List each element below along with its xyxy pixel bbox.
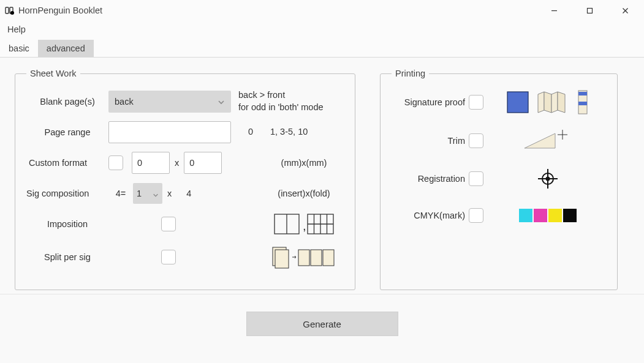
blank-pages-select[interactable]: back <box>108 91 231 113</box>
svg-marker-28 <box>525 133 555 148</box>
svg-rect-18 <box>311 250 322 266</box>
printing-group: Printing Signature proof Tri <box>380 69 618 290</box>
yellow-swatch <box>548 209 562 222</box>
sig-fold-value: 4 <box>176 189 201 198</box>
chevron-down-icon <box>153 190 159 196</box>
svg-marker-24 <box>558 92 565 113</box>
cmyk-label: CMYK(mark) <box>392 211 469 220</box>
imposition-checkbox[interactable] <box>161 217 176 231</box>
chevron-down-icon <box>218 98 225 105</box>
imposition-icon: , <box>264 213 344 235</box>
page-range-input[interactable] <box>108 121 231 143</box>
registration-icon <box>490 168 606 189</box>
trim-checkbox[interactable] <box>469 133 483 148</box>
sig-insert-select[interactable]: 1 <box>133 183 162 204</box>
maximize-button[interactable] <box>575 0 604 21</box>
title-bar: HornPenguin Booklet <box>0 0 644 21</box>
svg-rect-4 <box>587 8 592 13</box>
sig-eq: 4= <box>108 189 133 198</box>
svg-rect-20 <box>507 92 528 113</box>
page-range-zero: 0 <box>238 126 263 138</box>
trim-label: Trim <box>392 136 469 146</box>
custom-x: x <box>175 158 179 168</box>
svg-rect-19 <box>323 250 334 266</box>
registration-label: Registration <box>392 174 469 184</box>
sig-composition-label: Sig composition <box>26 189 108 198</box>
svg-rect-27 <box>578 102 587 105</box>
sheet-work-group: Sheet Work Blank page(s) back back > fro… <box>15 69 355 290</box>
sig-x: x <box>167 189 172 198</box>
menu-bar: Help <box>0 21 644 38</box>
svg-marker-21 <box>538 92 544 113</box>
page-range-example: 1, 3-5, 10 <box>270 126 308 138</box>
svg-point-2 <box>10 11 14 15</box>
trim-icon <box>490 127 606 154</box>
signature-proof-label: Signature proof <box>392 97 469 107</box>
minimize-button[interactable] <box>540 0 568 21</box>
imposition-label: Imposition <box>26 219 108 229</box>
app-icon <box>5 6 15 15</box>
svg-rect-26 <box>578 92 587 95</box>
action-bar: Generate <box>0 294 644 353</box>
cmyk-checkbox[interactable] <box>469 208 483 223</box>
tab-bar: basic advanced <box>0 38 644 58</box>
black-swatch <box>563 209 577 222</box>
sheet-work-legend: Sheet Work <box>26 69 80 78</box>
generate-button[interactable]: Generate <box>246 312 398 336</box>
window-controls <box>540 0 639 21</box>
page-range-label: Page range <box>26 127 108 137</box>
split-per-sig-icon <box>264 245 344 269</box>
content-area: Sheet Work Blank page(s) back back > fro… <box>0 58 644 294</box>
cmyk-icon <box>490 209 606 222</box>
menu-help[interactable]: Help <box>4 23 29 36</box>
custom-format-checkbox[interactable] <box>108 155 123 170</box>
custom-format-label: Custom format <box>26 158 108 168</box>
custom-height-input[interactable] <box>184 152 222 174</box>
magenta-swatch <box>534 209 547 222</box>
svg-text:,: , <box>303 219 306 233</box>
close-button[interactable] <box>611 0 639 21</box>
svg-marker-23 <box>551 92 558 113</box>
registration-checkbox[interactable] <box>469 171 483 186</box>
svg-rect-16 <box>275 250 289 268</box>
blank-pages-label: Blank page(s) <box>26 97 108 107</box>
cyan-swatch <box>519 209 532 222</box>
svg-rect-0 <box>6 7 9 13</box>
printing-legend: Printing <box>392 69 429 78</box>
signature-proof-checkbox[interactable] <box>469 95 483 110</box>
tab-basic[interactable]: basic <box>0 40 38 57</box>
custom-format-hint: (mm)x(mm) <box>264 158 344 168</box>
svg-rect-17 <box>298 250 309 266</box>
tab-advanced[interactable]: advanced <box>38 40 94 57</box>
svg-marker-22 <box>544 92 551 113</box>
blank-pages-hint: back > front for odd in 'both' mode <box>238 89 324 113</box>
blank-pages-value: back <box>115 97 134 107</box>
signature-proof-icon <box>490 89 606 115</box>
window-title: HornPenguin Booklet <box>18 6 102 15</box>
custom-width-input[interactable] <box>132 152 170 174</box>
split-per-sig-label: Split per sig <box>26 252 108 262</box>
sig-hint: (insert)x(fold) <box>264 189 344 198</box>
sig-insert-value: 1 <box>137 189 142 198</box>
split-per-sig-checkbox[interactable] <box>161 250 176 264</box>
